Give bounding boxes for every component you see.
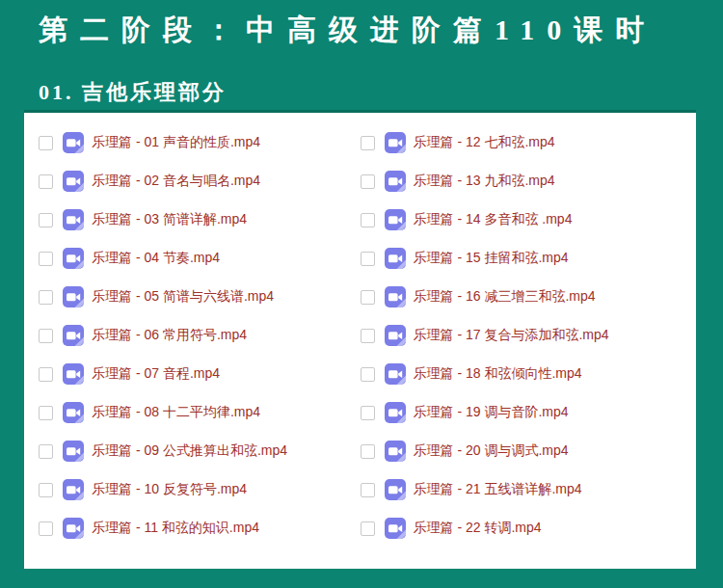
file-checkbox[interactable] [39, 444, 53, 459]
file-checkbox[interactable] [361, 521, 375, 536]
file-row[interactable]: 乐理篇 - 07 音程.mp4 [39, 355, 361, 393]
video-file-icon [385, 441, 406, 462]
file-checkbox[interactable] [39, 521, 53, 536]
file-row[interactable]: 乐理篇 - 01 声音的性质.mp4 [39, 123, 361, 162]
file-checkbox[interactable] [39, 213, 53, 227]
file-checkbox[interactable] [39, 483, 53, 497]
file-name-label: 乐理篇 - 16 减三增三和弦.mp4 [414, 288, 596, 306]
file-name-label: 乐理篇 - 15 挂留和弦.mp4 [414, 250, 569, 267]
file-name-label: 乐理篇 - 02 音名与唱名.mp4 [92, 173, 260, 190]
file-name-label: 乐理篇 - 14 多音和弦 .mp4 [414, 211, 573, 228]
video-file-icon [385, 325, 406, 346]
file-row[interactable]: 乐理篇 - 15 挂留和弦.mp4 [361, 239, 683, 278]
video-file-icon [63, 479, 84, 500]
video-file-icon [385, 363, 406, 385]
file-name-label: 乐理篇 - 20 调与调式.mp4 [414, 442, 569, 460]
file-name-label: 乐理篇 - 22 转调.mp4 [414, 520, 542, 537]
video-file-icon [63, 518, 84, 539]
file-name-label: 乐理篇 - 19 调与音阶.mp4 [414, 404, 569, 421]
file-row[interactable]: 乐理篇 - 14 多音和弦 .mp4 [361, 200, 683, 239]
file-checkbox[interactable] [39, 367, 53, 382]
video-file-icon [63, 325, 84, 346]
file-column-right: 乐理篇 - 12 七和弦.mp4乐理篇 - 13 九和弦.mp4乐理篇 - 14… [361, 123, 683, 548]
file-row[interactable]: 乐理篇 - 08 十二平均律.mp4 [39, 393, 361, 432]
video-file-icon [385, 402, 406, 423]
file-checkbox[interactable] [361, 213, 375, 227]
page-title: 第二阶段：中高级进阶篇110课时 [0, 0, 723, 47]
file-row[interactable]: 乐理篇 - 21 五线谱详解.mp4 [361, 470, 683, 509]
file-checkbox[interactable] [361, 136, 375, 150]
file-row[interactable]: 乐理篇 - 18 和弦倾向性.mp4 [361, 355, 683, 393]
file-checkbox[interactable] [39, 290, 53, 305]
file-row[interactable]: 乐理篇 - 12 七和弦.mp4 [361, 123, 683, 162]
file-name-label: 乐理篇 - 18 和弦倾向性.mp4 [414, 365, 582, 383]
file-checkbox[interactable] [361, 483, 375, 497]
file-name-label: 乐理篇 - 08 十二平均律.mp4 [92, 404, 260, 421]
video-file-icon [385, 209, 406, 230]
file-name-label: 乐理篇 - 06 常用符号.mp4 [92, 327, 247, 344]
file-row[interactable]: 乐理篇 - 04 节奏.mp4 [39, 239, 361, 278]
file-row[interactable]: 乐理篇 - 03 简谱详解.mp4 [39, 200, 361, 239]
video-file-icon [385, 479, 406, 500]
file-name-label: 乐理篇 - 01 声音的性质.mp4 [92, 134, 260, 151]
file-row[interactable]: 乐理篇 - 10 反复符号.mp4 [39, 470, 361, 509]
file-name-label: 乐理篇 - 11 和弦的知识.mp4 [92, 520, 259, 537]
file-row[interactable]: 乐理篇 - 22 转调.mp4 [361, 509, 683, 548]
video-file-icon [63, 286, 84, 307]
file-name-label: 乐理篇 - 13 九和弦.mp4 [414, 173, 555, 190]
video-file-icon [63, 132, 84, 153]
file-column-left: 乐理篇 - 01 声音的性质.mp4乐理篇 - 02 音名与唱名.mp4乐理篇 … [39, 123, 361, 548]
video-file-icon [63, 441, 84, 462]
file-checkbox[interactable] [361, 367, 375, 382]
file-checkbox[interactable] [39, 406, 53, 420]
file-checkbox[interactable] [39, 329, 53, 343]
file-name-label: 乐理篇 - 03 简谱详解.mp4 [92, 211, 247, 228]
file-name-label: 乐理篇 - 07 音程.mp4 [92, 365, 220, 383]
file-checkbox[interactable] [361, 444, 375, 459]
file-name-label: 乐理篇 - 12 七和弦.mp4 [414, 134, 555, 151]
file-checkbox[interactable] [361, 406, 375, 420]
file-name-label: 乐理篇 - 09 公式推算出和弦.mp4 [92, 442, 287, 460]
file-checkbox[interactable] [39, 252, 53, 266]
video-file-icon [63, 171, 84, 192]
video-file-icon [63, 248, 84, 269]
video-file-icon [385, 286, 406, 307]
video-file-icon [385, 248, 406, 269]
video-file-icon [63, 209, 84, 230]
file-checkbox[interactable] [361, 252, 375, 266]
file-checkbox[interactable] [39, 174, 53, 189]
file-row[interactable]: 乐理篇 - 06 常用符号.mp4 [39, 316, 361, 355]
file-name-label: 乐理篇 - 17 复合与添加和弦.mp4 [414, 327, 609, 344]
video-file-icon [385, 518, 406, 539]
file-row[interactable]: 乐理篇 - 17 复合与添加和弦.mp4 [361, 316, 683, 355]
file-row[interactable]: 乐理篇 - 05 简谱与六线谱.mp4 [39, 278, 361, 316]
file-row[interactable]: 乐理篇 - 11 和弦的知识.mp4 [39, 509, 361, 548]
file-name-label: 乐理篇 - 05 简谱与六线谱.mp4 [92, 288, 274, 306]
video-file-icon [385, 171, 406, 192]
file-checkbox[interactable] [361, 329, 375, 343]
file-checkbox[interactable] [39, 136, 53, 150]
file-row[interactable]: 乐理篇 - 13 九和弦.mp4 [361, 162, 683, 200]
file-checkbox[interactable] [361, 290, 375, 305]
file-checkbox[interactable] [361, 174, 375, 189]
file-row[interactable]: 乐理篇 - 02 音名与唱名.mp4 [39, 162, 361, 200]
file-row[interactable]: 乐理篇 - 19 调与音阶.mp4 [361, 393, 683, 432]
section-title: 01. 吉他乐理部分 [39, 80, 723, 105]
file-row[interactable]: 乐理篇 - 16 减三增三和弦.mp4 [361, 278, 683, 316]
video-file-icon [63, 363, 84, 385]
file-row[interactable]: 乐理篇 - 09 公式推算出和弦.mp4 [39, 432, 361, 470]
video-file-icon [63, 402, 84, 423]
file-row[interactable]: 乐理篇 - 20 调与调式.mp4 [361, 432, 683, 470]
video-file-icon [385, 132, 406, 153]
file-name-label: 乐理篇 - 21 五线谱详解.mp4 [414, 481, 582, 498]
file-list-panel: 乐理篇 - 01 声音的性质.mp4乐理篇 - 02 音名与唱名.mp4乐理篇 … [24, 113, 696, 569]
file-name-label: 乐理篇 - 04 节奏.mp4 [92, 250, 220, 267]
file-name-label: 乐理篇 - 10 反复符号.mp4 [92, 481, 247, 498]
